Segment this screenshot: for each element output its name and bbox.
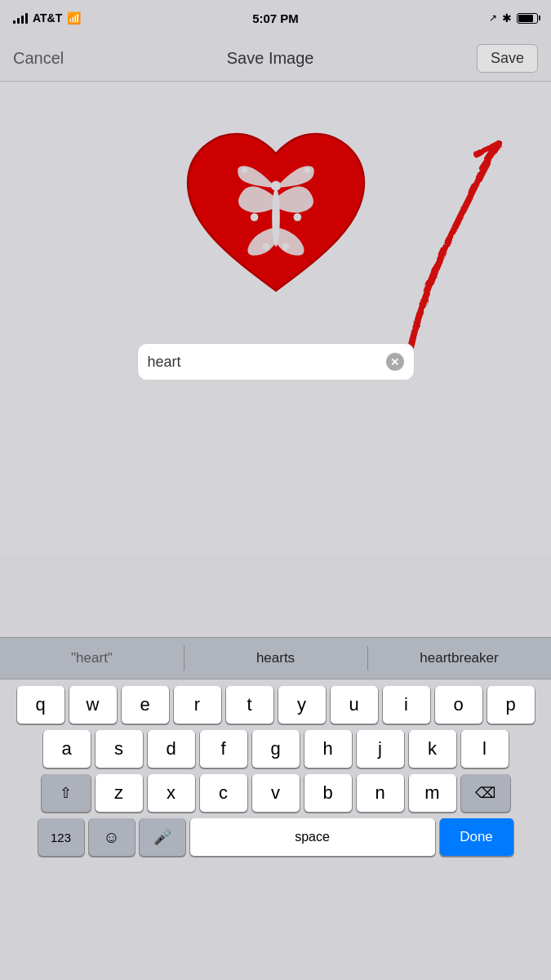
status-right: ↗ ✱ <box>489 11 538 24</box>
mic-key[interactable]: 🎤 <box>140 818 185 856</box>
heart-image <box>170 106 382 318</box>
key-row-3: ⇧ z x c v b n m ⌫ <box>4 774 547 812</box>
key-o[interactable]: o <box>435 686 482 724</box>
key-y[interactable]: y <box>278 686 326 724</box>
signal-icon <box>13 12 28 24</box>
svg-point-4 <box>262 243 269 250</box>
key-row-2: a s d f g h j k l <box>4 730 547 768</box>
save-button[interactable]: Save <box>477 44 538 73</box>
key-f[interactable]: f <box>200 730 247 768</box>
num-key[interactable]: 123 <box>38 818 84 856</box>
key-t[interactable]: t <box>226 686 273 724</box>
carrier-label: AT&T <box>33 11 62 24</box>
space-key[interactable]: space <box>190 818 435 856</box>
search-bar[interactable]: ✕ <box>137 343 415 381</box>
key-a[interactable]: a <box>43 730 91 768</box>
key-h[interactable]: h <box>304 730 352 768</box>
autocomplete-bar: "heart" hearts heartbreaker <box>0 637 551 679</box>
clear-icon: ✕ <box>390 357 399 368</box>
key-i[interactable]: i <box>383 686 430 724</box>
key-k[interactable]: k <box>409 730 456 768</box>
key-row-4: 123 ☺ 🎤 space Done <box>4 818 547 856</box>
autocomplete-heartbreaker[interactable]: heartbreaker <box>367 638 551 679</box>
status-left: AT&T 📶 <box>13 11 81 24</box>
key-q[interactable]: q <box>17 686 64 724</box>
keyboard-keys: q w e r t y u i o p a s d f g h j k l ⇧ … <box>0 679 551 856</box>
keyboard-area: "heart" hearts heartbreaker q w e r t y … <box>0 637 551 980</box>
location-icon: ↗ <box>489 12 497 24</box>
autocomplete-heart-quoted[interactable]: "heart" <box>0 638 184 679</box>
nav-bar: Cancel Save Image Save <box>0 36 551 82</box>
content-area: ✕ <box>0 82 551 555</box>
key-l[interactable]: l <box>461 730 509 768</box>
key-j[interactable]: j <box>357 730 404 768</box>
wifi-icon: 📶 <box>67 11 81 24</box>
search-input[interactable] <box>148 354 380 371</box>
key-row-1: q w e r t y u i o p <box>4 686 547 724</box>
key-b[interactable]: b <box>304 774 352 812</box>
status-time: 5:07 PM <box>252 11 299 25</box>
svg-point-3 <box>293 213 301 221</box>
battery-icon <box>517 13 538 24</box>
key-e[interactable]: e <box>122 686 169 724</box>
search-clear-button[interactable]: ✕ <box>386 353 404 371</box>
key-p[interactable]: p <box>487 686 535 724</box>
shift-key[interactable]: ⇧ <box>42 774 91 812</box>
key-w[interactable]: w <box>69 686 117 724</box>
svg-point-7 <box>304 167 309 173</box>
key-m[interactable]: m <box>409 774 456 812</box>
delete-key[interactable]: ⌫ <box>461 774 510 812</box>
key-v[interactable]: v <box>252 774 300 812</box>
autocomplete-hearts[interactable]: hearts <box>184 638 367 679</box>
key-d[interactable]: d <box>148 730 195 768</box>
cancel-button[interactable]: Cancel <box>13 49 64 68</box>
svg-point-2 <box>250 213 258 221</box>
key-z[interactable]: z <box>96 774 143 812</box>
emoji-key[interactable]: ☺ <box>89 818 135 856</box>
bluetooth-icon: ✱ <box>502 11 512 24</box>
key-g[interactable]: g <box>252 730 300 768</box>
done-key[interactable]: Done <box>440 818 513 856</box>
svg-point-1 <box>271 181 281 191</box>
key-x[interactable]: x <box>148 774 195 812</box>
key-n[interactable]: n <box>357 774 404 812</box>
status-bar: AT&T 📶 5:07 PM ↗ ✱ <box>0 0 551 36</box>
key-s[interactable]: s <box>96 730 143 768</box>
svg-point-6 <box>242 167 247 173</box>
key-c[interactable]: c <box>200 774 247 812</box>
key-r[interactable]: r <box>174 686 221 724</box>
nav-title: Save Image <box>227 49 314 68</box>
key-u[interactable]: u <box>331 686 378 724</box>
svg-point-5 <box>282 243 288 250</box>
